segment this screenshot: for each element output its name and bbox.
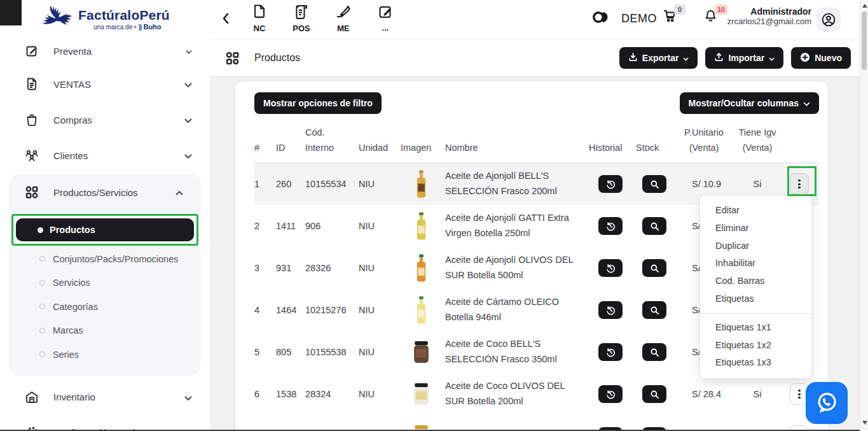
menu-item-etiquetas-1x1[interactable]: Etiquetas 1x1 (700, 319, 811, 337)
cell-id: 1464 (276, 305, 305, 315)
col-header: # (254, 141, 276, 156)
bullet-icon (38, 227, 43, 233)
history-icon (606, 264, 616, 273)
table-header-row: # ID Cód. Interno Unidad Imagen Nombre H… (254, 124, 819, 163)
shortcut-pos[interactable]: POS (291, 4, 312, 33)
history-button[interactable] (598, 259, 623, 277)
menu-item-etiquetas-1x2[interactable]: Etiquetas 1x2 (700, 337, 811, 355)
avatar[interactable] (816, 8, 841, 32)
file-icon (252, 4, 267, 23)
shortcut-label: ME (337, 24, 350, 33)
history-button[interactable] (598, 175, 623, 193)
cell-num: 2 (254, 221, 276, 231)
history-button[interactable] (598, 301, 623, 319)
menu-item-inhabilitar[interactable]: Inhabilitar (700, 255, 811, 272)
toggle-icon (591, 10, 613, 27)
cell-cod-interno: 906 (305, 221, 359, 231)
stock-search-button[interactable] (642, 343, 666, 361)
shortcut-nc[interactable]: NC (249, 4, 270, 33)
sidebar-item-label: Marcas (53, 325, 83, 336)
cell-num: 4 (254, 305, 276, 315)
history-icon (606, 348, 616, 357)
menu-item-duplicar[interactable]: Duplicar (700, 237, 811, 255)
page-toolbar: Productos Exportar Importar Nuevo (210, 39, 860, 76)
menu-item-etiquetas[interactable]: Etiquetas (700, 290, 811, 308)
history-button[interactable] (598, 343, 623, 361)
page-title: Productos (254, 52, 300, 64)
demo-label: DEMO (621, 12, 657, 25)
stock-search-button[interactable] (642, 175, 666, 193)
sidebar-item-inventario[interactable]: Inventario (0, 379, 210, 415)
pen-icon (335, 4, 352, 23)
menu-item-editar[interactable]: Editar (700, 202, 811, 220)
sidebar-item-ventas[interactable]: VENTAS (0, 66, 210, 102)
notifications-badge: 10 (715, 4, 727, 15)
back-chevron-icon[interactable] (221, 12, 230, 27)
history-button[interactable] (598, 217, 623, 235)
sidebar-item-configuracion[interactable]: Configuración y más (0, 415, 210, 431)
scrollbar[interactable] (860, 0, 868, 431)
menu-item-eliminar[interactable]: Eliminar (700, 220, 811, 237)
warehouse-icon (24, 390, 39, 405)
cell-id: 805 (276, 347, 305, 357)
context-menu: EditarEliminarDuplicarInhabilitarCod. Ba… (699, 195, 812, 379)
stock-search-button[interactable] (642, 301, 666, 319)
search-icon (650, 390, 659, 399)
search-icon (650, 264, 659, 273)
sidebar-item-productos-servicios[interactable]: Productos/Servicios (9, 174, 201, 210)
scroll-down-icon[interactable] (860, 418, 868, 427)
logo-title: FactúraloPerú (78, 8, 170, 23)
sidebar-item-clientes[interactable]: Clientes (0, 138, 210, 173)
menu-item-cod-barras[interactable]: Cod. Barras (700, 272, 811, 290)
sidebar-item-compras[interactable]: Compras (0, 102, 210, 138)
app-window: FactúraloPerú una marca de •)) Buho Prev… (0, 0, 868, 431)
scroll-up-icon[interactable] (860, 1, 868, 10)
show-hide-columns-button[interactable]: Mostrar/Ocultar columnas (680, 92, 820, 114)
cart-icon (663, 14, 678, 25)
col-header: Historial (589, 141, 636, 156)
row-actions-button[interactable] (790, 173, 809, 195)
filter-options-button[interactable]: Mostrar opciones de filtro (254, 92, 382, 114)
col-header: Tiene Igv (Venta) (735, 125, 783, 156)
cell-id: 931 (276, 263, 305, 273)
cell-unidad: NIU (359, 389, 401, 399)
new-button[interactable]: Nuevo (791, 47, 851, 69)
user-role: Administrador (727, 6, 811, 17)
sidebar-item-marcas[interactable]: Marcas (9, 319, 201, 343)
cell-unidad: NIU (359, 263, 401, 273)
sidebar-item-categor-as[interactable]: Categorías (9, 295, 201, 319)
cell-cod-interno: 28326 (305, 263, 359, 273)
stock-search-button[interactable] (642, 259, 666, 277)
circle-bullet-icon (39, 304, 45, 309)
sidebar-item-conjuntos-packs-promociones[interactable]: Conjuntos/Packs/Promociones (9, 247, 201, 271)
import-button[interactable]: Importar (705, 47, 783, 69)
cart-button[interactable]: 0 (663, 9, 684, 31)
stock-search-button[interactable] (642, 217, 666, 235)
shortcut-me[interactable]: ME (333, 4, 354, 33)
sidebar-item-servicios[interactable]: Servicios (9, 271, 201, 295)
plus-circle-icon (800, 52, 810, 64)
circle-bullet-icon (39, 351, 45, 357)
history-button[interactable] (598, 385, 623, 403)
sidebar-item-label: Productos/Servicios (53, 187, 138, 198)
sidebar-item-series[interactable]: Series (9, 343, 201, 367)
shortcut-more[interactable]: ... (375, 4, 396, 33)
menu-item-etiquetas-1x3[interactable]: Etiquetas 1x3 (700, 354, 811, 372)
chevron-down-icon (184, 150, 192, 161)
scrollbar-thumb[interactable] (862, 11, 867, 70)
caret-icon (186, 46, 192, 57)
whatsapp-button[interactable] (806, 382, 848, 424)
notifications-button[interactable]: 10 (703, 9, 725, 31)
filter-options-label: Mostrar opciones de filtro (263, 98, 373, 108)
cell-cod-interno: 28324 (305, 389, 359, 399)
sidebar-item-productos[interactable]: Productos (16, 218, 194, 241)
receipt-icon (293, 4, 310, 23)
edit-square-icon (378, 4, 394, 22)
cell-nombre: Aceite de Cártamo OLEICO Botella 946ml (445, 295, 589, 325)
product-image (401, 335, 445, 369)
stock-search-button[interactable] (642, 385, 666, 403)
sidebar-item-preventa[interactable]: Preventa (0, 36, 210, 66)
demo-toggle[interactable]: DEMO (591, 10, 657, 27)
export-button[interactable]: Exportar (619, 47, 698, 69)
sidebar-item-label: VENTAS (53, 79, 91, 90)
